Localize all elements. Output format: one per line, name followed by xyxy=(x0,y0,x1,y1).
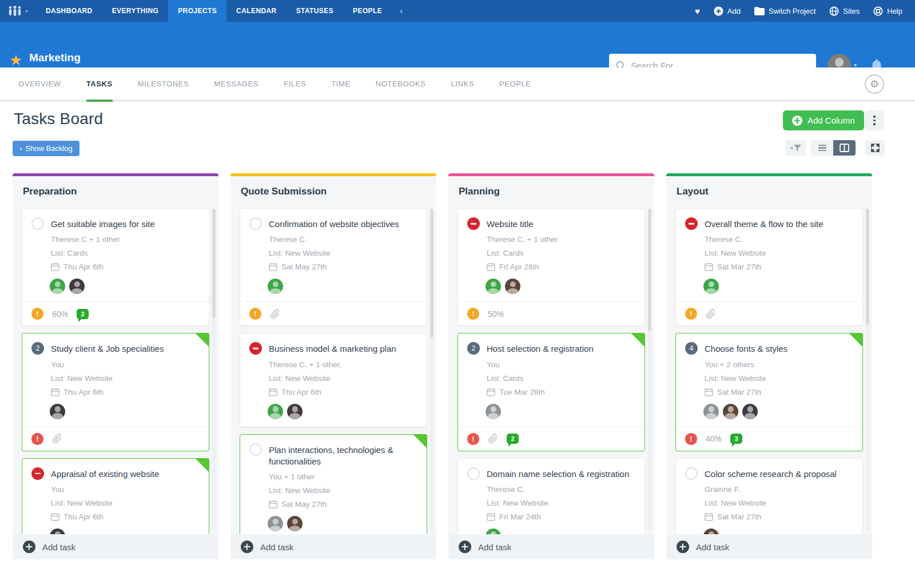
task-card[interactable]: Color scheme research & proposal Grainne… xyxy=(675,458,863,535)
tab-files[interactable]: FILES xyxy=(284,67,306,102)
task-late-icon[interactable] xyxy=(467,217,480,230)
task-late-icon[interactable] xyxy=(685,217,698,230)
task-card[interactable]: Overall theme & flow to the site Therese… xyxy=(675,208,863,326)
task-card[interactable]: Confirmation of website objectives There… xyxy=(240,208,427,326)
avatar[interactable] xyxy=(268,404,283,419)
task-due-date: Thu Apr 6th xyxy=(51,388,200,396)
avatar[interactable] xyxy=(703,404,719,419)
task-card[interactable]: Get suitable images for site Therese C.+… xyxy=(22,208,209,326)
subtask-count-badge[interactable]: 2 xyxy=(31,342,44,355)
favorites-button[interactable]: ♥ xyxy=(695,6,700,16)
task-due-date: Sat May 27th xyxy=(269,500,417,508)
column-title: Layout xyxy=(666,176,872,205)
avatar[interactable] xyxy=(268,516,283,531)
list-view-button[interactable] xyxy=(811,140,833,156)
show-backlog-button[interactable]: › Show Backlog xyxy=(13,141,79,156)
help-button[interactable]: Help xyxy=(873,6,902,16)
task-avatars xyxy=(268,404,417,419)
task-complete-circle[interactable] xyxy=(249,443,262,456)
avatar[interactable] xyxy=(723,404,738,419)
task-card[interactable]: 2 Host selection & registration You List… xyxy=(458,333,645,451)
task-card[interactable]: Website title Therese C. + 1 other List:… xyxy=(458,208,645,326)
add-task-button[interactable]: Add task xyxy=(230,534,436,559)
nav-item-statuses[interactable]: STATUSES xyxy=(287,0,343,22)
plus-circle-icon xyxy=(714,6,723,16)
help-label: Help xyxy=(887,7,902,15)
avatar[interactable] xyxy=(50,529,65,534)
sites-label: Sites xyxy=(843,7,860,15)
fullscreen-expand-button[interactable] xyxy=(865,140,885,156)
tab-overview[interactable]: OVERVIEW xyxy=(18,67,61,102)
nav-item-people[interactable]: PEOPLE xyxy=(343,0,392,22)
task-card-footer: ! 2 xyxy=(458,427,645,451)
task-card[interactable]: Appraisal of existing website You List: … xyxy=(22,458,209,535)
task-title: Overall theme & flow to the site xyxy=(705,217,824,230)
avatar[interactable] xyxy=(69,279,85,294)
task-complete-circle[interactable] xyxy=(249,217,262,230)
task-late-icon[interactable] xyxy=(249,342,262,355)
avatar[interactable] xyxy=(742,404,758,419)
add-task-button[interactable]: Add task xyxy=(448,534,654,559)
avatar[interactable] xyxy=(50,404,65,419)
column-scrollbar[interactable] xyxy=(648,209,651,531)
avatar[interactable] xyxy=(486,404,501,419)
nav-item-dashboard[interactable]: DASHBOARD xyxy=(36,0,102,22)
avatar[interactable] xyxy=(287,516,303,531)
calendar-icon xyxy=(51,388,59,396)
calendar-icon xyxy=(269,263,277,271)
app-logo[interactable]: ▾ xyxy=(0,0,36,22)
avatar[interactable] xyxy=(50,279,65,294)
avatar[interactable] xyxy=(287,404,303,419)
add-task-button[interactable]: Add task xyxy=(13,534,218,559)
avatar[interactable] xyxy=(486,529,501,534)
board-options-kebab-icon[interactable] xyxy=(865,110,884,130)
column-scrollbar[interactable] xyxy=(430,209,433,531)
tab-tasks[interactable]: TASKS xyxy=(86,67,113,102)
avatar[interactable] xyxy=(703,529,719,534)
tab-people[interactable]: PEOPLE xyxy=(499,67,531,102)
settings-gear-icon[interactable]: ⚙ xyxy=(865,74,884,94)
task-late-icon[interactable] xyxy=(31,467,44,480)
calendar-icon xyxy=(269,500,277,508)
add-button[interactable]: Add xyxy=(714,6,741,16)
tab-messages[interactable]: MESSAGES xyxy=(214,67,258,102)
column-scrollbar[interactable] xyxy=(212,209,216,531)
plus-icon xyxy=(677,541,689,553)
task-title: Confirmation of website objectives xyxy=(269,217,399,230)
avatar[interactable] xyxy=(505,279,520,294)
task-complete-circle[interactable] xyxy=(685,467,698,480)
task-complete-circle[interactable] xyxy=(467,467,480,480)
tab-notebooks[interactable]: NOTEBOOKS xyxy=(376,67,426,102)
avatar[interactable] xyxy=(703,279,719,294)
column-scrollbar[interactable] xyxy=(866,209,869,531)
avatar[interactable] xyxy=(268,279,283,294)
sites-button[interactable]: Sites xyxy=(829,6,860,16)
comments-count-icon[interactable]: 2 xyxy=(507,434,519,444)
add-column-button[interactable]: Add Column xyxy=(783,110,864,130)
avatar[interactable] xyxy=(486,279,501,294)
comments-count-icon[interactable]: 2 xyxy=(77,309,89,319)
add-column-label: Add Column xyxy=(807,116,855,125)
nav-collapse-chevron[interactable]: ‹ xyxy=(392,0,411,22)
switch-project-button[interactable]: Switch Project xyxy=(754,7,815,15)
task-complete-circle[interactable] xyxy=(31,217,44,230)
nav-item-projects[interactable]: PROJECTS xyxy=(168,0,226,22)
task-card[interactable]: 2 Study client & Job specialities You Li… xyxy=(22,333,209,451)
tab-milestones[interactable]: MILESTONES xyxy=(138,67,189,102)
tab-time[interactable]: TIME xyxy=(331,67,350,102)
column-cards: Get suitable images for site Therese C.+… xyxy=(13,205,218,534)
nav-item-calendar[interactable]: CALENDAR xyxy=(226,0,287,22)
task-card[interactable]: Plan interactions, technologies & functi… xyxy=(240,434,427,535)
nav-item-everything[interactable]: EVERYTHING xyxy=(102,0,169,22)
filter-button[interactable] xyxy=(786,140,806,156)
tab-links[interactable]: LINKS xyxy=(451,67,474,102)
subtask-count-badge[interactable]: 2 xyxy=(467,342,480,355)
subtask-count-badge[interactable]: 4 xyxy=(685,342,698,355)
add-task-button[interactable]: Add task xyxy=(666,534,872,559)
star-icon[interactable]: ★ xyxy=(9,51,22,69)
task-card[interactable]: 4 Choose fonts & styles You + 2 others L… xyxy=(675,333,863,451)
board-view-button[interactable] xyxy=(833,140,856,156)
task-card[interactable]: Business model & marketing plan Therese … xyxy=(240,333,427,427)
comments-count-icon[interactable]: 3 xyxy=(730,434,742,444)
task-card[interactable]: Domain name selection & registration The… xyxy=(458,458,645,535)
